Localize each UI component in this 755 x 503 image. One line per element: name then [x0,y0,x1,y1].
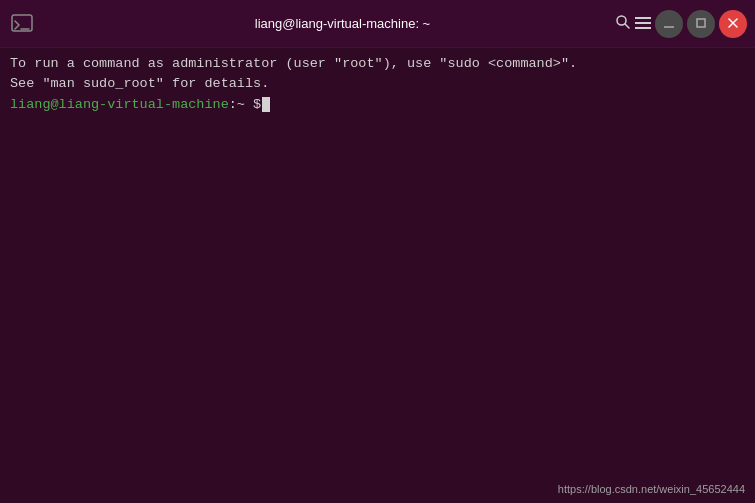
window-controls [655,10,747,38]
search-icon [615,14,631,33]
hamburger-icon [635,16,651,32]
watermark: https://blog.csdn.net/weixin_45652444 [558,483,745,495]
prompt-line: liang@liang-virtual-machine :~ $ [10,97,745,112]
close-icon [728,17,738,31]
maximize-button[interactable] [687,10,715,38]
close-button[interactable] [719,10,747,38]
terminal-logo [8,10,36,38]
svg-rect-8 [697,19,705,27]
terminal-body[interactable]: To run a command as administrator (user … [0,48,755,503]
prompt-dollar: $ [245,97,261,112]
terminal-window: liang@liang-virtual-machine: ~ [0,0,755,503]
title-bar-right [617,8,747,40]
svg-line-3 [625,24,629,28]
search-button[interactable] [615,8,631,40]
maximize-icon [696,17,706,31]
title-text: liang@liang-virtual-machine: ~ [255,16,430,31]
menu-button[interactable] [635,8,651,40]
window-title: liang@liang-virtual-machine: ~ [68,16,617,31]
minimize-icon [664,17,674,31]
title-bar-left [8,10,68,38]
minimize-button[interactable] [655,10,683,38]
prompt-user: liang@liang-virtual-machine [10,97,229,112]
prompt-path: :~ [229,97,245,112]
terminal-cursor [262,97,270,112]
terminal-output-line2: See "man sudo_root" for details. [10,74,745,94]
terminal-output-line1: To run a command as administrator (user … [10,54,745,74]
title-bar: liang@liang-virtual-machine: ~ [0,0,755,48]
